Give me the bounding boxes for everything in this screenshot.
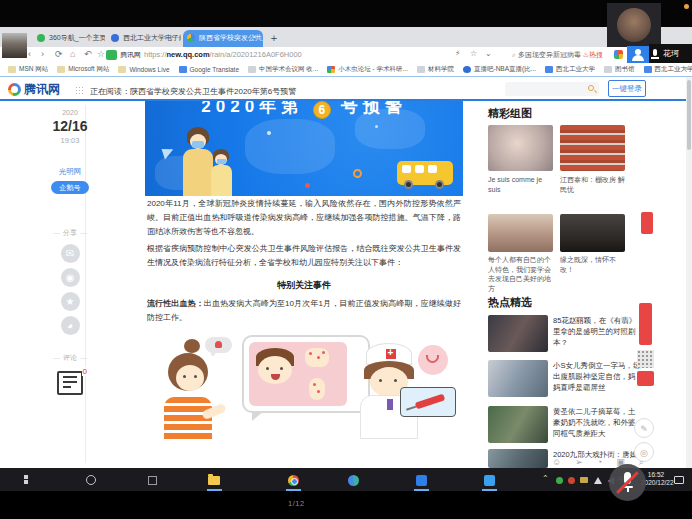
login-button[interactable]: 一键登录	[608, 80, 646, 97]
comment-icon[interactable]: 0	[57, 371, 83, 395]
presenter-mic-label: 花珂	[649, 44, 692, 63]
article-paragraph-3: 流行性出血热：出血热发病大高峰为至10月次年1月，目前正值发病高峰期，应继续做好…	[147, 297, 461, 325]
qzone-icon[interactable]: ★	[61, 292, 80, 311]
cortana-search-icon[interactable]	[86, 475, 96, 485]
refresh-icon[interactable]: ⟳	[55, 48, 63, 60]
feedback-pencil-icon[interactable]: ✎	[634, 418, 654, 438]
publish-date: 12/16	[28, 118, 112, 134]
start-button-icon[interactable]	[24, 475, 33, 484]
site-search-input[interactable]	[505, 82, 599, 96]
bookmark-conference[interactable]: 中国学术会议网 收...	[248, 65, 318, 74]
address-bar[interactable]: https://new.qq.com/rain/a/20201216A0F6H0…	[144, 50, 302, 59]
network-icon[interactable]	[594, 477, 602, 484]
comment-count-badge: 0	[82, 367, 88, 376]
tray-green-app-icon[interactable]	[556, 477, 563, 484]
notification-center-icon[interactable]	[674, 476, 684, 484]
back-icon[interactable]: ‹	[28, 48, 31, 60]
url-prefix: https://	[144, 50, 167, 59]
tab-close-icon[interactable]: ×	[252, 33, 260, 41]
dropdown-chevron-icon[interactable]: ⌄	[485, 48, 492, 60]
bookmark-star-icon[interactable]: ☆	[97, 48, 105, 60]
favorite-star-icon[interactable]: ☆	[470, 48, 477, 60]
gallery-image-4[interactable]	[560, 214, 625, 252]
undo-icon[interactable]: ↶	[84, 48, 92, 60]
hot-item-3[interactable]: 黄圣依二儿子摘草莓，土豪奶奶不洗就吃，和外婆同框气质差距大	[553, 406, 641, 439]
share-icons: ✉ ◉ ★ ◕	[28, 244, 112, 335]
bookmark-google-translate[interactable]: Google Translate	[179, 66, 240, 73]
windows-taskbar: ⌃ 中 16:52 2020/12/22	[0, 468, 692, 491]
tab-close-icon[interactable]: ×	[170, 33, 178, 41]
gallery-caption-3[interactable]: 每个人都有自己的个人特色，我们要学会去发现自己美好的地方	[488, 255, 554, 293]
penguin-account-badge[interactable]: 企鹅号	[51, 181, 89, 194]
scrollbar-thumb[interactable]	[687, 80, 691, 150]
extension-icon[interactable]: ⚡	[455, 48, 461, 60]
tab-close-icon[interactable]: ×	[94, 33, 102, 41]
forward-icon[interactable]: ›	[41, 48, 44, 60]
comment-label: 评论	[28, 353, 112, 363]
bookmarks-overflow-icon[interactable]: »	[684, 64, 688, 73]
qq-icon[interactable]: ◉	[61, 268, 80, 287]
gallery-image-3[interactable]	[488, 214, 553, 252]
face-mask-icon	[192, 141, 204, 148]
pinned-app-icon-1[interactable]	[416, 475, 427, 486]
bookmarks-bar: MSN 网站 Microsoft 网站 Windows Live Google …	[0, 62, 692, 76]
home-icon[interactable]: ⌂	[70, 48, 75, 60]
tab-nwpu-mail[interactable]: 西北工业大学电子邮件系统 ×	[107, 30, 181, 47]
float-red-badge[interactable]	[641, 212, 653, 234]
hot-thumb-2[interactable]	[488, 360, 548, 397]
bookmark-zhibo8[interactable]: 直播吧-NBA直播(比...	[463, 65, 536, 74]
virus-ring-icon	[353, 169, 362, 178]
tab-active-article[interactable]: 陕西省学校突发公共卫生事件2020年第6号预警 ×	[183, 30, 263, 47]
wechat-icon[interactable]: ✉	[61, 244, 80, 263]
pinned-app-icon-2[interactable]	[484, 475, 495, 486]
bookmark-material-school[interactable]: 材料学院	[417, 65, 454, 74]
hot-thumb-3[interactable]	[488, 406, 548, 443]
float-red-tab[interactable]	[637, 371, 654, 386]
hot-item-2[interactable]: 小S女儿秀倒立一字马，练出腹肌眼神坚定自信，妈妈直呼是霸屏丝	[553, 360, 641, 393]
recording-indicator-dot	[684, 4, 689, 9]
tab-360-nav[interactable]: 360导航_一个主页，整个世界 ×	[33, 30, 105, 47]
gallery-caption-2[interactable]: 江西泰和：棚改房 解民忧	[560, 175, 626, 194]
webcam-avatar	[617, 8, 651, 42]
school-bus-icon	[397, 161, 453, 185]
browser-360-icon[interactable]	[348, 475, 359, 486]
browser-search-box[interactable]: ⌕ 多国现变异新冠病毒 ♨热搜	[512, 50, 603, 60]
apps-grid-icon[interactable]	[614, 50, 623, 59]
site-safety-icon[interactable]	[106, 50, 117, 60]
tray-expand-icon[interactable]: ⌃	[542, 474, 549, 483]
bookmark-library[interactable]: 图书馆	[604, 65, 635, 74]
qq-logo[interactable]: 腾讯网	[8, 81, 60, 98]
tab-favicon	[111, 34, 119, 42]
page-floating-icons[interactable]: ☺➢◔▣⌕	[552, 457, 658, 468]
scrollbar[interactable]	[686, 77, 692, 468]
page-icon	[248, 66, 256, 73]
bookmark-msn[interactable]: MSN 网站	[8, 65, 48, 74]
gallery-image-2[interactable]	[560, 125, 625, 171]
hot-thumb-4[interactable]	[488, 449, 548, 468]
weibo-icon[interactable]: ◕	[61, 316, 80, 335]
bookmark-xiaomuchong[interactable]: 小木虫论坛 - 学术科研...	[327, 65, 408, 74]
float-red-ribbon[interactable]	[639, 303, 652, 345]
bookmark-microsoft[interactable]: Microsoft 网站	[57, 65, 109, 74]
article-paragraph-1: 2020年11月，全球新冠肺炎疫情持续蔓延，输入风险依然存在，国内外防控形势依然…	[147, 197, 461, 239]
gallery-caption-1[interactable]: Je suis comme je suis	[488, 175, 554, 194]
hot-item-1[interactable]: 85花赵丽颖，在《有翡》里拿的是盛明兰的对照剧本？	[553, 315, 641, 348]
hot-thumb-1[interactable]	[488, 315, 548, 352]
bookmark-nwpu[interactable]: 西北工业大学	[545, 65, 595, 74]
tray-red-app-icon[interactable]	[568, 477, 575, 484]
source-link[interactable]: 光明网	[28, 167, 112, 177]
task-view-icon[interactable]	[148, 476, 157, 485]
syringe-bubble	[400, 387, 456, 417]
qq-logo-icon	[8, 83, 21, 96]
gallery-caption-4[interactable]: 缘之既深，情怀不改！	[560, 255, 626, 274]
nav-grid-icon[interactable]	[75, 86, 83, 94]
file-explorer-icon[interactable]	[208, 476, 220, 485]
mic-muted-overlay	[609, 464, 646, 501]
chrome-icon[interactable]	[288, 475, 299, 486]
tray-folder-icon[interactable]	[580, 477, 588, 483]
bookmark-windows-live[interactable]: Windows Live	[118, 66, 169, 73]
gallery-image-1[interactable]	[488, 125, 553, 171]
new-tab-button[interactable]: +	[268, 32, 280, 44]
share-label: 分享	[28, 228, 112, 238]
float-qr-code[interactable]	[637, 350, 654, 368]
